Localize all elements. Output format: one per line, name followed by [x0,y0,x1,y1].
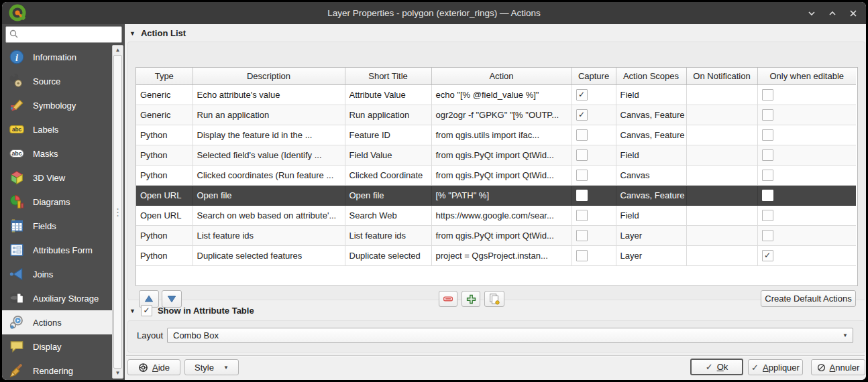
cell-only-editable[interactable] [757,166,856,186]
cell-short-title[interactable]: Field Value [345,145,431,166]
cell-on-notification[interactable] [686,186,757,206]
action-row[interactable]: GenericRun an applicationRun application… [136,105,856,125]
cell-type[interactable]: Python [136,166,193,186]
cell-action[interactable]: from qgis.utils import ifac... [431,125,572,145]
cell-only-editable[interactable] [757,226,856,246]
sidebar-item-labels[interactable]: abcLabels [2,117,113,141]
cell-type[interactable]: Python [136,125,193,145]
sidebar-search[interactable] [5,26,122,43]
cell-capture[interactable] [572,166,616,186]
sidebar-item-3d-view[interactable]: 3D View [2,166,113,190]
cell-action[interactable]: https://www.google.com/sear... [431,206,572,226]
sidebar-item-rendering[interactable]: Rendering [2,359,113,380]
action-row[interactable]: GenericEcho attribute's valueAttribute V… [136,85,856,105]
capture-checkbox[interactable] [576,190,588,201]
cancel-button[interactable]: Annuler [811,359,865,375]
cell-only-editable[interactable] [757,246,856,266]
action-row[interactable]: PythonList feature idsList feature idsfr… [136,226,856,246]
capture-checkbox[interactable] [576,230,588,241]
sidebar-item-auxiliary-storage[interactable]: Auxiliary Storage [2,286,113,310]
action-row[interactable]: PythonClicked coordinates (Run feature .… [136,166,856,186]
scroll-down-icon[interactable]: ▼ [113,369,123,377]
action-row[interactable]: PythonDisplay the feature id in the ...F… [136,125,856,145]
cell-short-title[interactable]: Search Web [345,206,431,226]
style-button[interactable]: Style ▼ [184,359,239,375]
cell-action[interactable]: from qgis.PyQt import QtWid... [431,145,572,166]
cell-scopes[interactable]: Canvas [616,166,686,186]
add-action-button[interactable] [462,291,480,307]
only-editable-checkbox[interactable] [762,210,773,221]
cell-type[interactable]: Python [136,226,193,246]
cell-description[interactable]: Duplicate selected features [193,246,345,266]
cell-type[interactable]: Python [136,246,193,266]
column-header-on-notification[interactable]: On Notification [686,68,757,85]
sidebar-item-symbology[interactable]: Symbology [2,93,113,117]
action-row[interactable]: PythonSelected field's value (Identify .… [136,145,856,166]
cell-scopes[interactable]: Layer [616,246,686,266]
cell-description[interactable]: Open file [193,186,345,206]
help-button[interactable]: Aide [127,359,180,375]
cell-capture[interactable] [572,145,616,166]
cell-on-notification[interactable] [686,226,757,246]
layout-combobox[interactable]: Combo Box ▼ [167,328,853,343]
sidebar-item-source[interactable]: Source [2,69,113,93]
minimize-button[interactable] [804,6,819,21]
sidebar-item-joins[interactable]: Joins [2,262,113,286]
column-header-capture[interactable]: Capture [572,68,616,85]
cell-short-title[interactable]: Clicked Coordinate [345,166,431,186]
collapse-triangle-icon[interactable]: ▼ [129,308,135,314]
cell-short-title[interactable]: Duplicate selected [345,246,431,266]
only-editable-checkbox[interactable] [762,190,773,201]
capture-checkbox[interactable] [576,129,588,141]
capture-checkbox[interactable] [576,170,588,181]
only-editable-checkbox[interactable] [762,170,773,181]
cell-scopes[interactable]: Layer [616,226,686,246]
cell-on-notification[interactable] [686,246,757,266]
ok-button[interactable]: ✓ Ok [690,359,743,375]
duplicate-action-button[interactable] [484,291,504,307]
cell-scopes[interactable]: Field [616,85,686,105]
only-editable-checkbox[interactable] [762,230,773,241]
column-header-description[interactable]: Description [193,68,345,85]
cell-only-editable[interactable] [757,145,856,166]
capture-checkbox[interactable] [576,149,588,161]
cell-description[interactable]: Echo attribute's value [193,85,345,105]
action-row[interactable]: Open URLSearch on web based on attribute… [136,206,856,226]
cell-on-notification[interactable] [686,105,757,125]
cell-action[interactable]: from qgis.PyQt import QtWid... [431,166,572,186]
apply-button[interactable]: ✓ Appliquer [748,359,803,375]
close-button[interactable] [846,6,861,21]
capture-checkbox[interactable] [576,89,588,101]
show-in-attribute-table-checkbox[interactable] [141,305,152,316]
remove-action-button[interactable] [439,291,457,307]
cell-on-notification[interactable] [686,125,757,145]
cell-action[interactable]: echo "[% @field_value %]" [431,85,572,105]
capture-checkbox[interactable] [576,250,588,261]
cell-scopes[interactable]: Canvas, Feature [616,105,686,125]
capture-checkbox[interactable] [576,210,588,221]
cell-action[interactable]: from qgis.PyQt import QtWid... [431,226,572,246]
title-bar[interactable]: Layer Properties - polygon (exterior_rin… [2,2,866,24]
cell-scopes[interactable]: Canvas, Feature [616,125,686,145]
cell-description[interactable]: Run an application [193,105,345,125]
cell-capture[interactable] [572,85,616,105]
cell-capture[interactable] [572,246,616,266]
only-editable-checkbox[interactable] [762,149,773,161]
cell-on-notification[interactable] [686,206,757,226]
cell-capture[interactable] [572,206,616,226]
cell-capture[interactable] [572,125,616,145]
cell-short-title[interactable]: Run application [345,105,431,125]
cell-only-editable[interactable] [757,186,856,206]
sidebar-item-masks[interactable]: abcMasks [2,141,113,166]
sidebar-item-information[interactable]: iInformation [2,45,113,69]
cell-short-title[interactable]: Open file [345,186,431,206]
cell-on-notification[interactable] [686,145,757,166]
cell-action[interactable]: ogr2ogr -f "GPKG" "[% "OUTP... [431,105,572,125]
sidebar-scrollbar[interactable]: ▲ ••• ▼ [112,45,123,379]
sidebar-item-fields[interactable]: Fields [2,214,113,238]
cell-description[interactable]: List feature ids [193,226,345,246]
cell-scopes[interactable]: Canvas, Feature [616,186,686,206]
cell-type[interactable]: Python [136,145,193,166]
cell-short-title[interactable]: List feature ids [345,226,431,246]
create-default-actions-button[interactable]: Create Default Actions [761,290,856,307]
